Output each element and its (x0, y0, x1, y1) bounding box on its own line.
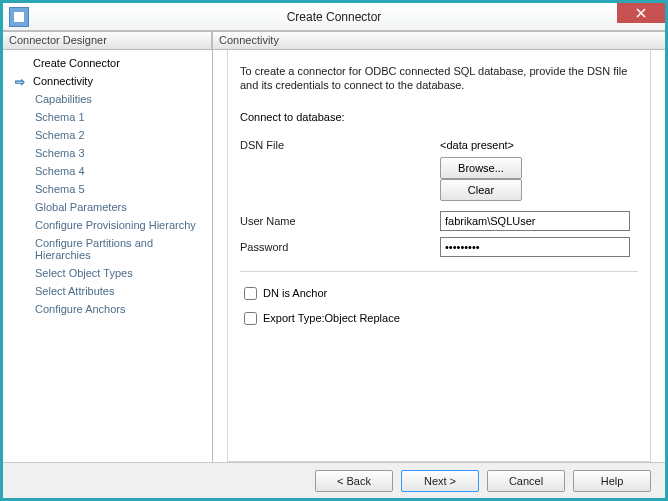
sidebar-item-schema-4[interactable]: Schema 4 (3, 162, 212, 180)
titlebar: Create Connector (3, 3, 665, 31)
sidebar-item-schema-3[interactable]: Schema 3 (3, 144, 212, 162)
sidebar-nav: Create Connector ⇨Connectivity Capabilit… (3, 50, 212, 462)
wizard-footer: < Back Next > Cancel Help (3, 462, 665, 498)
password-row: Password (240, 237, 638, 257)
content-area: To create a connector for ODBC connected… (227, 50, 651, 462)
dsn-button-row: Browse... Clear (240, 157, 638, 201)
sidebar: Connector Designer Create Connector ⇨Con… (3, 32, 213, 462)
sidebar-item-capabilities[interactable]: Capabilities (3, 90, 212, 108)
dn-anchor-row: DN is Anchor (240, 284, 638, 303)
sidebar-item-schema-2[interactable]: Schema 2 (3, 126, 212, 144)
sidebar-item-configure-partitions-and-hierarchies[interactable]: Configure Partitions and Hierarchies (3, 234, 212, 264)
dsn-label: DSN File (240, 139, 440, 151)
help-button[interactable]: Help (573, 470, 651, 492)
export-type-checkbox[interactable] (244, 312, 257, 325)
sidebar-item-configure-provisioning-hierarchy[interactable]: Configure Provisioning Hierarchy (3, 216, 212, 234)
dn-anchor-checkbox[interactable] (244, 287, 257, 300)
window-title: Create Connector (3, 10, 665, 24)
export-type-label: Export Type:Object Replace (263, 312, 400, 324)
close-button[interactable] (617, 3, 665, 23)
password-label: Password (240, 241, 440, 253)
close-icon (636, 8, 646, 18)
dsn-value: <data present> (440, 139, 638, 151)
dn-anchor-label: DN is Anchor (263, 287, 327, 299)
username-label: User Name (240, 215, 440, 227)
sidebar-item-create-connector[interactable]: Create Connector (3, 54, 212, 72)
password-input[interactable] (440, 237, 630, 257)
main-header: Connectivity (213, 32, 665, 50)
sidebar-item-schema-1[interactable]: Schema 1 (3, 108, 212, 126)
export-type-row: Export Type:Object Replace (240, 309, 638, 328)
description-text: To create a connector for ODBC connected… (240, 64, 638, 93)
username-row: User Name (240, 211, 638, 231)
clear-button[interactable]: Clear (440, 179, 522, 201)
sidebar-header: Connector Designer (3, 32, 212, 50)
arrow-right-icon: ⇨ (15, 75, 25, 89)
sidebar-item-select-attributes[interactable]: Select Attributes (3, 282, 212, 300)
back-button[interactable]: < Back (315, 470, 393, 492)
cancel-button[interactable]: Cancel (487, 470, 565, 492)
sidebar-item-schema-5[interactable]: Schema 5 (3, 180, 212, 198)
divider (240, 271, 638, 272)
connect-to-database-label: Connect to database: (240, 111, 638, 123)
sidebar-item-global-parameters[interactable]: Global Parameters (3, 198, 212, 216)
next-button[interactable]: Next > (401, 470, 479, 492)
wizard-body: Connector Designer Create Connector ⇨Con… (3, 31, 665, 462)
username-input[interactable] (440, 211, 630, 231)
wizard-window: Create Connector Connector Designer Crea… (2, 2, 666, 499)
main-panel: Connectivity To create a connector for O… (213, 32, 665, 462)
sidebar-item-configure-anchors[interactable]: Configure Anchors (3, 300, 212, 318)
browse-button[interactable]: Browse... (440, 157, 522, 179)
dsn-row: DSN File <data present> (240, 139, 638, 151)
sidebar-item-connectivity[interactable]: ⇨Connectivity (3, 72, 212, 90)
sidebar-item-select-object-types[interactable]: Select Object Types (3, 264, 212, 282)
